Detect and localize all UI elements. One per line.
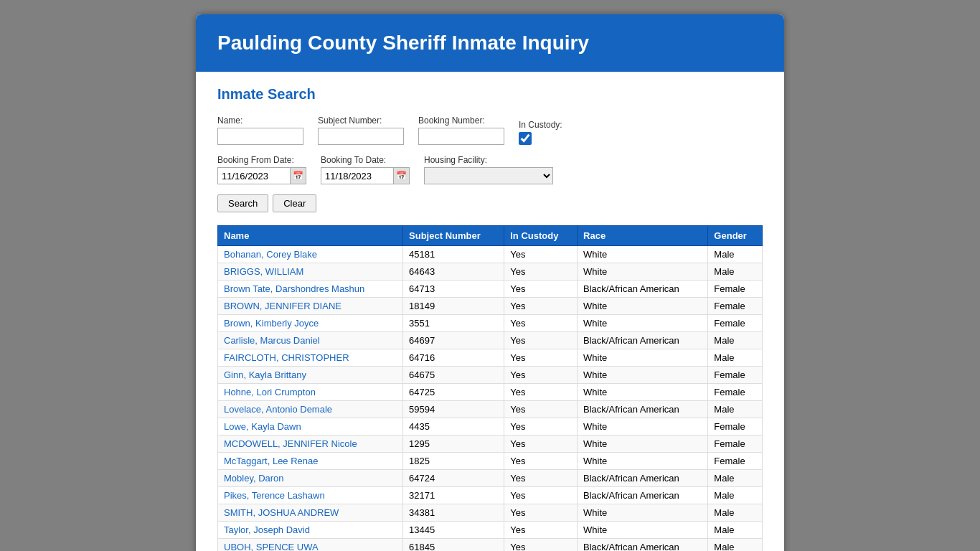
cell-gender: Male <box>708 349 763 367</box>
cell-gender: Male <box>708 522 763 539</box>
cell-subject: 64724 <box>403 470 504 487</box>
cell-subject: 64675 <box>403 367 504 384</box>
custody-checkbox[interactable] <box>519 132 532 145</box>
cell-race: White <box>578 418 708 435</box>
page-title: Paulding County Sheriff Inmate Inquiry <box>217 32 763 55</box>
cell-custody: Yes <box>504 453 578 470</box>
page-header: Paulding County Sheriff Inmate Inquiry <box>196 14 784 72</box>
booking-label: Booking Number: <box>418 116 504 126</box>
table-row: MCDOWELL, JENNIFER Nicole1295YesWhiteFem… <box>218 435 763 453</box>
inmate-link[interactable]: Bohanan, Corey Blake <box>224 249 317 260</box>
inmate-link[interactable]: Carlisle, Marcus Daniel <box>224 335 320 346</box>
cell-subject: 4435 <box>403 418 504 435</box>
name-input[interactable] <box>217 128 303 145</box>
subject-field: Subject Number: <box>318 116 404 145</box>
subject-input[interactable] <box>318 128 404 145</box>
cell-name: McTaggart, Lee Renae <box>218 453 403 470</box>
cell-subject: 64713 <box>403 281 504 298</box>
table-row: BRIGGS, WILLIAM64643YesWhiteMale <box>218 263 763 281</box>
inmate-link[interactable]: Hohne, Lori Crumpton <box>224 387 316 397</box>
cell-name: Brown Tate, Darshondres Mashun <box>218 281 403 298</box>
housing-label: Housing Facility: <box>424 155 553 165</box>
inmate-link[interactable]: Lowe, Kayla Dawn <box>224 421 301 432</box>
inmate-link[interactable]: Taylor, Joseph David <box>224 524 310 535</box>
cell-custody: Yes <box>504 349 578 367</box>
col-custody: In Custody <box>504 226 578 246</box>
form-row-2: Booking From Date: 📅 Booking To Date: 📅 … <box>217 155 763 184</box>
inmate-link[interactable]: Lovelace, Antonio Demale <box>224 404 332 415</box>
table-row: Mobley, Daron64724YesBlack/African Ameri… <box>218 470 763 487</box>
cell-gender: Female <box>708 453 763 470</box>
housing-select[interactable] <box>424 167 553 184</box>
cell-race: White <box>578 246 708 263</box>
cell-custody: Yes <box>504 298 578 315</box>
cell-name: Bohanan, Corey Blake <box>218 246 403 263</box>
col-race: Race <box>578 226 708 246</box>
cell-race: White <box>578 435 708 453</box>
table-row: McTaggart, Lee Renae1825YesWhiteFemale <box>218 453 763 470</box>
cell-subject: 34381 <box>403 504 504 522</box>
inmate-link[interactable]: UBOH, SPENCE UWA <box>224 542 319 551</box>
inmate-link[interactable]: McTaggart, Lee Renae <box>224 456 319 466</box>
table-row: Hohne, Lori Crumpton64725YesWhiteFemale <box>218 384 763 401</box>
cell-gender: Male <box>708 401 763 418</box>
cell-custody: Yes <box>504 263 578 281</box>
search-button[interactable]: Search <box>217 194 268 212</box>
cell-subject: 13445 <box>403 522 504 539</box>
cell-subject: 1825 <box>403 453 504 470</box>
cell-race: White <box>578 349 708 367</box>
cell-race: White <box>578 315 708 332</box>
booking-to-calendar-icon[interactable]: 📅 <box>393 168 409 184</box>
inmate-link[interactable]: SMITH, JOSHUA ANDREW <box>224 507 339 518</box>
subject-label: Subject Number: <box>318 116 404 126</box>
name-field: Name: <box>217 116 303 145</box>
booking-number-input[interactable] <box>418 128 504 145</box>
cell-gender: Female <box>708 281 763 298</box>
cell-name: Taylor, Joseph David <box>218 522 403 539</box>
cell-subject: 18149 <box>403 298 504 315</box>
cell-name: Hohne, Lori Crumpton <box>218 384 403 401</box>
booking-to-input[interactable] <box>321 168 393 184</box>
booking-from-input[interactable] <box>218 168 290 184</box>
cell-custody: Yes <box>504 367 578 384</box>
inmate-link[interactable]: BRIGGS, WILLIAM <box>224 266 303 277</box>
cell-gender: Female <box>708 298 763 315</box>
col-gender: Gender <box>708 226 763 246</box>
booking-from-calendar-icon[interactable]: 📅 <box>290 168 306 184</box>
cell-gender: Male <box>708 539 763 552</box>
inmate-link[interactable]: Ginn, Kayla Brittany <box>224 369 306 380</box>
inmate-link[interactable]: BROWN, JENNIFER DIANE <box>224 301 341 311</box>
inmate-link[interactable]: MCDOWELL, JENNIFER Nicole <box>224 438 357 449</box>
cell-race: Black/African American <box>578 281 708 298</box>
cell-subject: 3551 <box>403 315 504 332</box>
cell-custody: Yes <box>504 281 578 298</box>
table-row: BROWN, JENNIFER DIANE18149YesWhiteFemale <box>218 298 763 315</box>
booking-from-label: Booking From Date: <box>217 155 306 165</box>
booking-to-field: Booking To Date: 📅 <box>321 155 410 184</box>
cell-name: SMITH, JOSHUA ANDREW <box>218 504 403 522</box>
cell-name: Carlisle, Marcus Daniel <box>218 332 403 349</box>
inmate-link[interactable]: Pikes, Terence Lashawn <box>224 490 325 501</box>
cell-gender: Female <box>708 384 763 401</box>
cell-name: Brown, Kimberly Joyce <box>218 315 403 332</box>
housing-field: Housing Facility: <box>424 155 553 184</box>
inmate-link[interactable]: Brown, Kimberly Joyce <box>224 318 319 329</box>
cell-custody: Yes <box>504 418 578 435</box>
cell-subject: 45181 <box>403 246 504 263</box>
cell-custody: Yes <box>504 401 578 418</box>
cell-race: White <box>578 384 708 401</box>
button-row: Search Clear <box>217 194 763 212</box>
inmate-link[interactable]: Brown Tate, Darshondres Mashun <box>224 283 364 294</box>
cell-custody: Yes <box>504 315 578 332</box>
form-row-1: Name: Subject Number: Booking Number: In… <box>217 116 763 145</box>
cell-subject: 61845 <box>403 539 504 552</box>
cell-gender: Female <box>708 367 763 384</box>
inmate-link[interactable]: FAIRCLOTH, CHRISTOPHER <box>224 352 349 363</box>
clear-button[interactable]: Clear <box>273 194 316 212</box>
cell-gender: Female <box>708 315 763 332</box>
table-row: SMITH, JOSHUA ANDREW34381YesWhiteMale <box>218 504 763 522</box>
cell-name: FAIRCLOTH, CHRISTOPHER <box>218 349 403 367</box>
inmate-link[interactable]: Mobley, Daron <box>224 473 284 484</box>
cell-gender: Male <box>708 470 763 487</box>
cell-subject: 64643 <box>403 263 504 281</box>
